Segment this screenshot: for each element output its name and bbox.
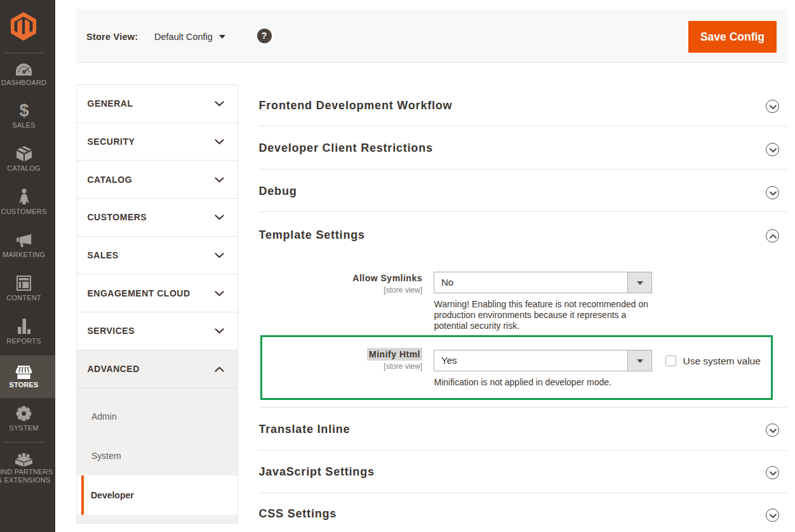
svg-text:$: $ [19,102,29,118]
